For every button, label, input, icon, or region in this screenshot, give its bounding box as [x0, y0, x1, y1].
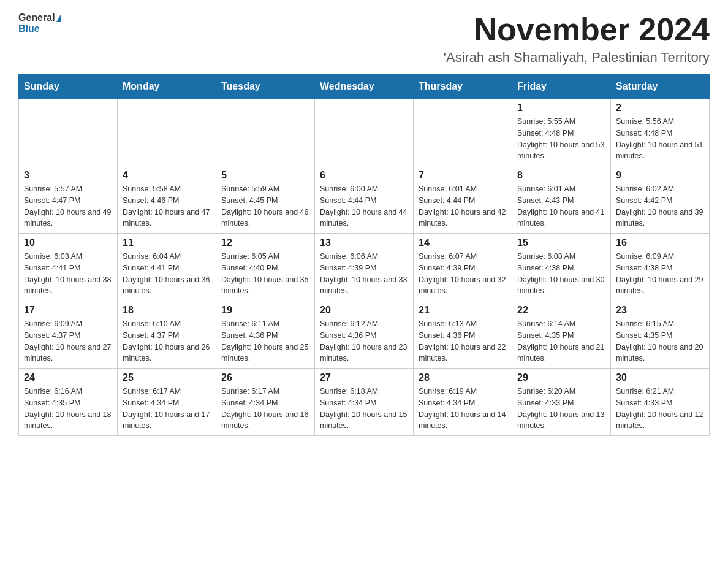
calendar-cell	[216, 99, 315, 166]
calendar-cell: 19Sunrise: 6:11 AM Sunset: 4:36 PM Dayli…	[216, 301, 315, 369]
logo-blue-text: Blue	[18, 23, 40, 34]
calendar-cell	[315, 99, 414, 166]
calendar-cell: 9Sunrise: 6:02 AM Sunset: 4:42 PM Daylig…	[611, 166, 710, 234]
calendar-cell: 28Sunrise: 6:19 AM Sunset: 4:34 PM Dayli…	[414, 369, 512, 436]
day-number: 29	[517, 372, 605, 383]
day-number: 25	[123, 372, 211, 383]
day-info: Sunrise: 6:16 AM Sunset: 4:35 PM Dayligh…	[24, 386, 112, 432]
location-subtitle: 'Asirah ash Shamaliyah, Palestinian Terr…	[444, 50, 710, 66]
day-header-friday: Friday	[512, 75, 611, 99]
week-row-3: 10Sunrise: 6:03 AM Sunset: 4:41 PM Dayli…	[19, 234, 710, 301]
day-number: 3	[24, 170, 112, 181]
day-number: 9	[616, 170, 704, 181]
day-number: 24	[24, 372, 112, 383]
day-info: Sunrise: 6:05 AM Sunset: 4:40 PM Dayligh…	[221, 251, 309, 297]
day-number: 8	[517, 170, 605, 181]
calendar-cell: 14Sunrise: 6:07 AM Sunset: 4:39 PM Dayli…	[414, 234, 512, 301]
day-number: 20	[320, 305, 408, 316]
day-info: Sunrise: 6:18 AM Sunset: 4:34 PM Dayligh…	[320, 386, 408, 432]
week-row-4: 17Sunrise: 6:09 AM Sunset: 4:37 PM Dayli…	[19, 301, 710, 369]
calendar-cell: 21Sunrise: 6:13 AM Sunset: 4:36 PM Dayli…	[414, 301, 512, 369]
day-number: 6	[320, 170, 408, 181]
day-info: Sunrise: 6:09 AM Sunset: 4:37 PM Dayligh…	[24, 318, 112, 364]
calendar-cell: 3Sunrise: 5:57 AM Sunset: 4:47 PM Daylig…	[19, 166, 118, 234]
logo: General Blue	[18, 12, 61, 34]
day-number: 12	[221, 237, 309, 248]
calendar-cell: 27Sunrise: 6:18 AM Sunset: 4:34 PM Dayli…	[315, 369, 414, 436]
day-header-thursday: Thursday	[414, 75, 512, 99]
day-number: 2	[616, 102, 704, 113]
day-info: Sunrise: 6:08 AM Sunset: 4:38 PM Dayligh…	[517, 251, 605, 297]
day-info: Sunrise: 6:03 AM Sunset: 4:41 PM Dayligh…	[24, 251, 112, 297]
calendar-cell: 1Sunrise: 5:55 AM Sunset: 4:48 PM Daylig…	[512, 99, 611, 166]
page-header: General Blue November 2024 'Asirah ash S…	[18, 12, 710, 66]
day-number: 11	[123, 237, 211, 248]
day-info: Sunrise: 6:01 AM Sunset: 4:44 PM Dayligh…	[419, 183, 507, 229]
day-info: Sunrise: 6:02 AM Sunset: 4:42 PM Dayligh…	[616, 183, 704, 229]
day-info: Sunrise: 6:10 AM Sunset: 4:37 PM Dayligh…	[123, 318, 211, 364]
calendar-cell: 11Sunrise: 6:04 AM Sunset: 4:41 PM Dayli…	[118, 234, 216, 301]
calendar-cell: 5Sunrise: 5:59 AM Sunset: 4:45 PM Daylig…	[216, 166, 315, 234]
day-number: 5	[221, 170, 309, 181]
day-info: Sunrise: 5:56 AM Sunset: 4:48 PM Dayligh…	[616, 116, 704, 162]
day-info: Sunrise: 6:07 AM Sunset: 4:39 PM Dayligh…	[419, 251, 507, 297]
day-info: Sunrise: 5:59 AM Sunset: 4:45 PM Dayligh…	[221, 183, 309, 229]
day-number: 4	[123, 170, 211, 181]
day-info: Sunrise: 6:17 AM Sunset: 4:34 PM Dayligh…	[123, 386, 211, 432]
day-number: 7	[419, 170, 507, 181]
calendar-cell: 10Sunrise: 6:03 AM Sunset: 4:41 PM Dayli…	[19, 234, 118, 301]
day-info: Sunrise: 5:55 AM Sunset: 4:48 PM Dayligh…	[517, 116, 605, 162]
calendar-cell: 16Sunrise: 6:09 AM Sunset: 4:38 PM Dayli…	[611, 234, 710, 301]
day-number: 13	[320, 237, 408, 248]
day-number: 30	[616, 372, 704, 383]
title-block: November 2024 'Asirah ash Shamaliyah, Pa…	[444, 12, 710, 66]
calendar-cell	[414, 99, 512, 166]
day-info: Sunrise: 5:58 AM Sunset: 4:46 PM Dayligh…	[123, 183, 211, 229]
calendar-cell: 30Sunrise: 6:21 AM Sunset: 4:33 PM Dayli…	[611, 369, 710, 436]
day-info: Sunrise: 5:57 AM Sunset: 4:47 PM Dayligh…	[24, 183, 112, 229]
calendar-cell	[118, 99, 216, 166]
day-info: Sunrise: 6:13 AM Sunset: 4:36 PM Dayligh…	[419, 318, 507, 364]
calendar-cell: 22Sunrise: 6:14 AM Sunset: 4:35 PM Dayli…	[512, 301, 611, 369]
calendar-cell: 18Sunrise: 6:10 AM Sunset: 4:37 PM Dayli…	[118, 301, 216, 369]
day-info: Sunrise: 6:06 AM Sunset: 4:39 PM Dayligh…	[320, 251, 408, 297]
day-number: 27	[320, 372, 408, 383]
day-info: Sunrise: 6:20 AM Sunset: 4:33 PM Dayligh…	[517, 386, 605, 432]
day-number: 17	[24, 305, 112, 316]
day-info: Sunrise: 6:17 AM Sunset: 4:34 PM Dayligh…	[221, 386, 309, 432]
day-number: 18	[123, 305, 211, 316]
calendar-cell: 26Sunrise: 6:17 AM Sunset: 4:34 PM Dayli…	[216, 369, 315, 436]
day-number: 28	[419, 372, 507, 383]
day-info: Sunrise: 6:21 AM Sunset: 4:33 PM Dayligh…	[616, 386, 704, 432]
week-row-2: 3Sunrise: 5:57 AM Sunset: 4:47 PM Daylig…	[19, 166, 710, 234]
day-info: Sunrise: 6:04 AM Sunset: 4:41 PM Dayligh…	[123, 251, 211, 297]
week-row-5: 24Sunrise: 6:16 AM Sunset: 4:35 PM Dayli…	[19, 369, 710, 436]
day-number: 21	[419, 305, 507, 316]
calendar-cell: 7Sunrise: 6:01 AM Sunset: 4:44 PM Daylig…	[414, 166, 512, 234]
logo-general-text: General	[18, 12, 55, 23]
day-info: Sunrise: 6:19 AM Sunset: 4:34 PM Dayligh…	[419, 386, 507, 432]
calendar-table: SundayMondayTuesdayWednesdayThursdayFrid…	[18, 74, 710, 436]
day-info: Sunrise: 6:15 AM Sunset: 4:35 PM Dayligh…	[616, 318, 704, 364]
calendar-cell: 15Sunrise: 6:08 AM Sunset: 4:38 PM Dayli…	[512, 234, 611, 301]
day-number: 23	[616, 305, 704, 316]
day-number: 14	[419, 237, 507, 248]
day-header-wednesday: Wednesday	[315, 75, 414, 99]
week-row-1: 1Sunrise: 5:55 AM Sunset: 4:48 PM Daylig…	[19, 99, 710, 166]
calendar-header-row: SundayMondayTuesdayWednesdayThursdayFrid…	[19, 75, 710, 99]
calendar-cell: 13Sunrise: 6:06 AM Sunset: 4:39 PM Dayli…	[315, 234, 414, 301]
calendar-cell: 12Sunrise: 6:05 AM Sunset: 4:40 PM Dayli…	[216, 234, 315, 301]
day-header-monday: Monday	[118, 75, 216, 99]
logo-triangle-icon	[56, 13, 61, 22]
day-number: 10	[24, 237, 112, 248]
calendar-cell: 4Sunrise: 5:58 AM Sunset: 4:46 PM Daylig…	[118, 166, 216, 234]
day-info: Sunrise: 6:14 AM Sunset: 4:35 PM Dayligh…	[517, 318, 605, 364]
day-number: 1	[517, 102, 605, 113]
day-header-sunday: Sunday	[19, 75, 118, 99]
day-number: 15	[517, 237, 605, 248]
calendar-cell: 25Sunrise: 6:17 AM Sunset: 4:34 PM Dayli…	[118, 369, 216, 436]
day-info: Sunrise: 6:01 AM Sunset: 4:43 PM Dayligh…	[517, 183, 605, 229]
month-title: November 2024	[444, 12, 710, 47]
day-info: Sunrise: 6:12 AM Sunset: 4:36 PM Dayligh…	[320, 318, 408, 364]
day-number: 19	[221, 305, 309, 316]
